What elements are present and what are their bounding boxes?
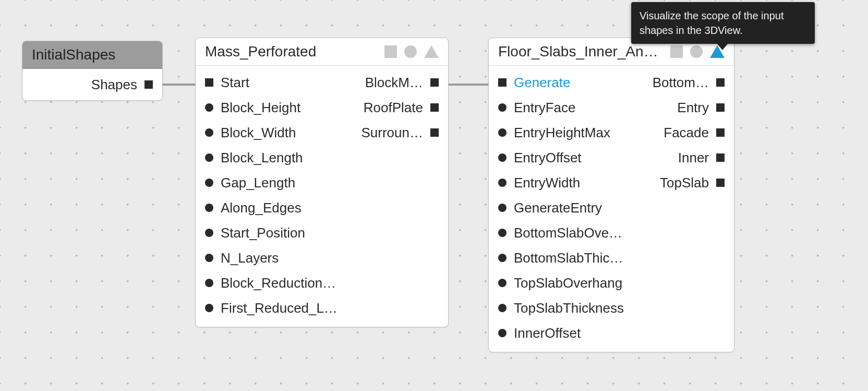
input-label: BottomSlabOve… — [514, 225, 622, 241]
output-pin[interactable] — [430, 103, 439, 112]
output-label: Facade — [664, 125, 709, 141]
input-port[interactable]: Gap_Length — [196, 170, 356, 195]
output-pin[interactable] — [430, 128, 439, 137]
input-label: N_Layers — [221, 250, 279, 266]
output-label: Entry — [677, 100, 709, 116]
input-pin[interactable] — [205, 204, 213, 212]
input-port[interactable]: First_Reduced_L… — [196, 295, 356, 321]
input-port[interactable]: EntryOffset — [489, 145, 647, 170]
input-port[interactable]: N_Layers — [196, 245, 356, 270]
input-pin[interactable] — [498, 128, 507, 137]
input-port[interactable]: Start — [196, 70, 356, 95]
input-port[interactable]: InnerOffset — [489, 321, 647, 346]
input-port[interactable]: Start_Position — [196, 220, 356, 245]
node-header[interactable]: Mass_Perforated — [196, 38, 448, 66]
output-port[interactable]: Bottom… — [647, 70, 734, 95]
node-body: Generate EntryFace EntryHeightMax EntryO… — [489, 66, 734, 352]
input-label: Block_Length — [221, 150, 303, 166]
output-port[interactable]: Surroun… — [356, 120, 449, 145]
input-pin[interactable] — [205, 103, 213, 112]
node-body: Shapes — [22, 69, 162, 100]
node-initial-shapes[interactable]: InitialShapes Shapes — [22, 41, 163, 101]
input-label: Block_Height — [221, 100, 300, 116]
viz-circle-icon[interactable] — [404, 45, 417, 58]
input-port[interactable]: Generate — [489, 70, 647, 95]
output-label: Surroun… — [361, 125, 424, 141]
viz-circle-icon[interactable] — [690, 45, 703, 58]
input-pin[interactable] — [205, 153, 213, 162]
input-port[interactable]: TopSlabOverhang — [489, 270, 647, 295]
input-label: InnerOffset — [514, 325, 581, 341]
input-pin[interactable] — [498, 229, 507, 237]
output-label: Bottom… — [653, 75, 709, 91]
node-title: Floor_Slabs_Inner_And_… — [498, 43, 664, 60]
input-port[interactable]: BottomSlabThic… — [489, 245, 647, 270]
input-label: EntryOffset — [514, 150, 582, 166]
input-label: Along_Edges — [221, 200, 302, 216]
input-label: Block_Reduction… — [221, 275, 336, 291]
output-port[interactable]: Facade — [647, 120, 734, 145]
viz-square-icon[interactable] — [384, 45, 397, 58]
output-port[interactable]: Entry — [647, 95, 734, 120]
output-port[interactable]: TopSlab — [647, 170, 734, 195]
input-port[interactable]: Along_Edges — [196, 195, 356, 220]
input-pin[interactable] — [498, 204, 507, 212]
input-port[interactable]: EntryHeightMax — [489, 120, 647, 145]
node-title: Mass_Perforated — [205, 43, 378, 60]
input-pin[interactable] — [205, 179, 213, 187]
viz-square-icon[interactable] — [670, 45, 683, 58]
output-pin[interactable] — [716, 103, 725, 112]
input-pin[interactable] — [205, 304, 213, 312]
output-port[interactable]: RoofPlate — [356, 95, 449, 120]
input-pin[interactable] — [498, 179, 507, 187]
node-body: Start Block_Height Block_Width Block_Len… — [196, 66, 448, 327]
input-pin[interactable] — [498, 153, 507, 162]
input-label: Generate — [514, 75, 570, 91]
output-pin[interactable] — [716, 179, 725, 187]
output-port-label: Shapes — [91, 77, 137, 93]
viz-triangle-icon[interactable] — [424, 45, 439, 58]
input-label: Start_Position — [221, 225, 305, 241]
input-pin[interactable] — [498, 103, 507, 112]
node-header[interactable]: InitialShapes — [22, 41, 162, 69]
input-pin[interactable] — [205, 279, 213, 287]
input-pin[interactable] — [498, 78, 507, 87]
node-mass-perforated[interactable]: Mass_Perforated Start Block_Height Block… — [195, 38, 449, 327]
input-port[interactable]: GenerateEntry — [489, 195, 647, 220]
output-pin[interactable] — [430, 78, 439, 87]
output-port[interactable]: Inner — [647, 145, 734, 170]
input-label: EntryFace — [514, 100, 576, 116]
input-label: EntryWidth — [514, 175, 580, 191]
input-label: TopSlabOverhang — [514, 275, 622, 291]
input-pin[interactable] — [205, 78, 213, 87]
input-pin[interactable] — [498, 279, 507, 287]
input-port[interactable]: EntryWidth — [489, 170, 647, 195]
input-label: TopSlabThickness — [514, 300, 624, 316]
input-label: Start — [221, 75, 249, 91]
output-label: Inner — [678, 150, 709, 166]
input-pin[interactable] — [205, 128, 213, 137]
input-port[interactable]: BottomSlabOve… — [489, 220, 647, 245]
input-label: GenerateEntry — [514, 200, 602, 216]
input-port[interactable]: Block_Length — [196, 145, 356, 170]
output-label: BlockM… — [365, 75, 423, 91]
input-pin[interactable] — [498, 254, 507, 262]
input-label: BottomSlabThic… — [514, 250, 623, 266]
node-title: InitialShapes — [32, 46, 153, 63]
input-pin[interactable] — [205, 229, 213, 237]
output-pin[interactable] — [716, 128, 725, 137]
input-port[interactable]: Block_Width — [196, 120, 356, 145]
input-pin[interactable] — [498, 329, 507, 337]
output-pin[interactable] — [716, 78, 725, 87]
output-port-pin[interactable] — [144, 80, 153, 89]
input-label: Gap_Length — [221, 175, 295, 191]
input-port[interactable]: Block_Height — [196, 95, 356, 120]
output-port[interactable]: BlockM… — [356, 70, 449, 95]
input-pin[interactable] — [205, 254, 213, 262]
output-pin[interactable] — [716, 153, 725, 162]
input-port[interactable]: Block_Reduction… — [196, 270, 356, 295]
input-pin[interactable] — [498, 304, 507, 312]
node-floor-slabs[interactable]: Floor_Slabs_Inner_And_… Generate EntryFa… — [488, 38, 734, 352]
input-port[interactable]: TopSlabThickness — [489, 295, 647, 321]
input-port[interactable]: EntryFace — [489, 95, 647, 120]
